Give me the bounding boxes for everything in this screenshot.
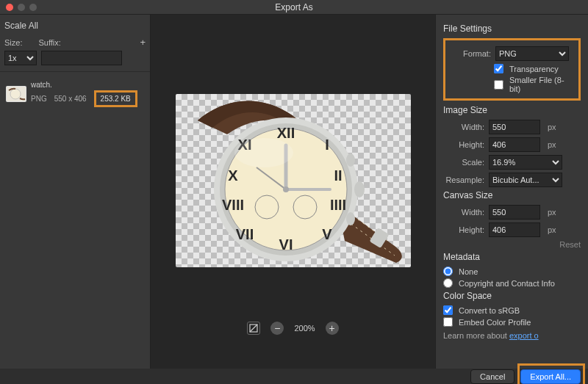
svg-text:VIII: VIII <box>221 197 243 213</box>
resample-select[interactable]: Bicubic Aut... <box>489 173 562 187</box>
close-window-icon[interactable] <box>6 4 13 11</box>
zoom-level[interactable]: 200% <box>294 324 315 333</box>
window-title: Export As <box>275 2 312 12</box>
canvas-size-title: Canvas Size <box>443 190 581 200</box>
titlebar: Export As <box>0 0 588 15</box>
transparency-checkbox[interactable] <box>494 64 503 73</box>
asset-dimensions: 550 x 406 <box>54 95 87 103</box>
svg-text:I: I <box>325 137 329 153</box>
zoom-controls: − 200% + <box>247 322 338 335</box>
fit-screen-icon[interactable] <box>247 322 260 335</box>
canvas-width-label: Width: <box>443 208 484 217</box>
svg-text:X: X <box>228 167 238 184</box>
svg-point-26 <box>234 138 293 167</box>
scale-all-title: Scale All <box>4 21 146 31</box>
preview-canvas[interactable]: XII I II IIII V VI VII VIII X XI <box>176 94 411 267</box>
scale-select-right[interactable]: 16.9% <box>489 155 562 170</box>
zoom-in-icon[interactable]: + <box>326 322 339 335</box>
svg-text:IIII: IIII <box>329 197 345 213</box>
svg-text:V: V <box>322 226 332 242</box>
asset-row[interactable]: watch. PNG 550 x 406 253.2 KB <box>4 78 146 110</box>
format-label: Format: <box>450 49 491 58</box>
smaller-file-checkbox[interactable] <box>494 80 503 90</box>
colorspace-title: Color Space <box>443 291 581 301</box>
smaller-file-label: Smaller File (8-bit) <box>509 76 574 93</box>
window-controls <box>6 4 37 11</box>
maximize-window-icon <box>29 4 37 11</box>
export-all-button[interactable]: Export All... <box>520 369 581 384</box>
resample-label: Resample: <box>443 175 484 184</box>
divider <box>0 71 150 72</box>
scale-label: Scale: <box>443 158 484 167</box>
image-size-title: Image Size <box>443 105 581 115</box>
canvas-width-input[interactable] <box>489 205 540 220</box>
asset-format: PNG <box>31 95 47 103</box>
file-settings-highlight: Format: PNG Transparency Smaller File (8… <box>443 38 581 101</box>
svg-point-1 <box>10 89 21 99</box>
width-label: Width: <box>443 123 484 131</box>
convert-srgb-label: Convert to sRGB <box>459 306 520 315</box>
svg-text:VII: VII <box>235 226 253 242</box>
height-label: Height: <box>443 140 484 149</box>
metadata-copyright-label: Copyright and Contact Info <box>459 279 555 288</box>
asset-filesize: 253.2 KB <box>94 90 137 107</box>
svg-text:XII: XII <box>276 125 294 141</box>
metadata-title: Metadata <box>443 252 581 262</box>
width-input[interactable] <box>489 120 540 134</box>
height-input[interactable] <box>489 137 540 152</box>
right-panel: File Settings Format: PNG Transparency S… <box>435 15 588 369</box>
metadata-none-label: None <box>459 267 478 276</box>
minimize-window-icon <box>18 4 25 11</box>
embed-profile-checkbox[interactable] <box>443 317 453 327</box>
svg-text:VI: VI <box>279 236 293 253</box>
asset-name: watch. <box>31 81 144 89</box>
svg-point-25 <box>346 212 355 225</box>
file-settings-title: File Settings <box>443 23 581 34</box>
learn-more: Learn more about export o <box>443 331 581 340</box>
svg-point-24 <box>354 181 365 198</box>
reset-button[interactable]: Reset <box>559 240 581 249</box>
watch-image: XII I II IIII V VI VII VIII X XI <box>176 94 411 267</box>
metadata-copyright-radio[interactable] <box>443 278 453 288</box>
embed-profile-label: Embed Color Profile <box>459 318 531 327</box>
svg-point-22 <box>283 186 289 192</box>
canvas-height-input[interactable] <box>489 222 540 237</box>
canvas-height-label: Height: <box>443 225 484 234</box>
convert-srgb-checkbox[interactable] <box>443 305 453 315</box>
px-unit: px <box>548 123 556 131</box>
format-select[interactable]: PNG <box>495 46 569 61</box>
suffix-label: Suffix: <box>38 38 60 47</box>
suffix-input[interactable] <box>41 51 122 65</box>
learn-link[interactable]: export o <box>509 331 539 340</box>
metadata-none-radio[interactable] <box>443 267 453 276</box>
transparency-label: Transparency <box>509 65 559 73</box>
svg-text:II: II <box>334 167 342 184</box>
asset-thumbnail <box>6 86 26 102</box>
footer: Cancel Export All... <box>0 369 588 384</box>
svg-point-23 <box>346 153 355 167</box>
preview-area: XII I II IIII V VI VII VIII X XI <box>151 15 435 369</box>
add-size-icon[interactable]: + <box>140 37 146 48</box>
scale-select[interactable]: 1x <box>4 51 37 65</box>
cancel-button[interactable]: Cancel <box>470 369 514 384</box>
left-panel: Scale All Size: Suffix: + 1x <box>0 15 151 369</box>
size-label: Size: <box>4 38 22 47</box>
zoom-out-icon[interactable]: − <box>270 322 284 335</box>
